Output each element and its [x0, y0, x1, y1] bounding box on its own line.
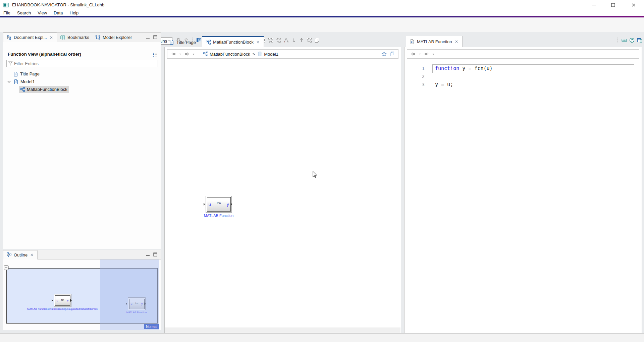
minimize-panel-icon[interactable]	[145, 251, 151, 258]
close-icon[interactable]	[256, 40, 260, 45]
window-close-button[interactable]	[626, 0, 641, 10]
block-input-label: u	[209, 202, 211, 207]
window-minimize-button[interactable]	[586, 0, 602, 10]
code-line-3[interactable]: y = u;	[435, 80, 453, 89]
menu-bar: File Search View Data Help	[0, 10, 644, 16]
block-function-label: fcn	[61, 299, 64, 301]
outline-icon	[6, 252, 12, 258]
code-nav-bar	[407, 49, 639, 59]
tab-matlab-function[interactable]: MATLAB Function	[406, 36, 463, 47]
diagram-editor-panel: Title Page MatlabFunctionBlock MatlabFun…	[164, 32, 401, 333]
breadcrumb-item[interactable]: MatlabFunctionBlock	[210, 52, 250, 57]
chevron-down-icon[interactable]	[6, 79, 12, 84]
forward-history-icon[interactable]	[431, 51, 435, 57]
document-explorer-icon	[6, 35, 12, 40]
diagram-breadcrumb-bar: MatlabFunctionBlock > Model1	[167, 49, 398, 59]
menu-data[interactable]: Data	[50, 10, 66, 16]
tree-item-model1[interactable]: Model1	[6, 78, 35, 86]
window-title: EHANDBOOK-NAVIGATOR - Simulink_CLI.ehb	[12, 2, 104, 7]
model-block-icon	[206, 40, 211, 45]
tab-label: MatlabFunctionBlock	[213, 40, 254, 45]
copy-page-icon[interactable]	[389, 51, 395, 57]
forward-icon[interactable]	[423, 51, 430, 57]
tab-matlabfunctionblock[interactable]: MatlabFunctionBlock	[202, 36, 264, 47]
block-input-label: u	[57, 299, 58, 302]
tab-outline[interactable]: Outline	[3, 250, 38, 260]
code-text: y = fcn(u)	[459, 65, 492, 71]
editor-tab-row: Title Page MatlabFunctionBlock	[166, 36, 264, 47]
matlab-code-icon	[410, 39, 415, 44]
window-maximize-icon	[610, 2, 616, 8]
main-toolbar: Contains	[0, 17, 644, 32]
forward-icon[interactable]	[183, 51, 190, 57]
outline-block-1[interactable]: u fcn y	[54, 294, 71, 307]
mouse-cursor	[312, 171, 318, 179]
mode-badge: Normal	[144, 324, 159, 329]
tree-item-label: Model1	[20, 79, 35, 84]
maximize-panel-icon	[152, 34, 159, 41]
menu-file[interactable]: File	[0, 10, 14, 16]
window-minimize-icon	[591, 2, 597, 8]
diagram-canvas[interactable]	[165, 61, 400, 328]
app-icon	[3, 2, 9, 8]
page-icon	[13, 71, 18, 77]
output-port-icon	[231, 203, 233, 206]
title-bar: EHANDBOOK-NAVIGATOR - Simulink_CLI.ehb	[0, 0, 644, 10]
menu-help[interactable]: Help	[66, 10, 82, 16]
close-icon[interactable]	[454, 39, 459, 44]
matlab-function-block[interactable]: u fcn y	[206, 196, 232, 213]
tab-label: Title Page	[176, 40, 196, 45]
outline-block-1-caption: MATLAB Function1this:has$some|unsupporte…	[20, 307, 104, 310]
back-icon[interactable]	[170, 51, 177, 57]
filter-entries-input[interactable]	[13, 61, 158, 66]
window-maximize-button[interactable]	[605, 0, 621, 10]
view-menu-icon[interactable]	[152, 51, 159, 58]
outline-panel: Outline u fcn y MATLAB Function1this:has…	[3, 250, 161, 330]
tab-model-explorer[interactable]: Model Explorer	[92, 33, 135, 42]
close-icon[interactable]	[30, 252, 34, 257]
tab-title-page[interactable]: Title Page	[166, 37, 199, 47]
code-editor-box: 1 function y = fcn(u) 2 3 y = u;	[404, 47, 642, 333]
back-icon[interactable]	[410, 51, 417, 57]
minimize-panel-icon[interactable]	[145, 34, 151, 40]
tree-item-title-page[interactable]: Title Page	[13, 70, 40, 78]
block-output-label: y	[227, 202, 229, 207]
line-number: 1	[413, 66, 425, 71]
outline-viewport-overlay[interactable]	[100, 260, 159, 330]
input-port-icon	[204, 203, 206, 206]
back-history-icon[interactable]	[418, 51, 422, 57]
menu-view[interactable]: View	[34, 10, 50, 16]
output-port-icon	[70, 299, 73, 302]
menu-search[interactable]: Search	[14, 10, 34, 16]
matlab-function-panel: MATLAB Function 1 function y = fcn(u) 2	[404, 32, 642, 333]
code-keyword: function	[435, 65, 459, 71]
tree-item-matlabfunctionblock[interactable]: MatlabFunctionBlock	[19, 86, 69, 93]
matlab-function-block-caption: MATLAB Function	[192, 214, 246, 218]
tab-label: Document Expl...	[14, 35, 47, 40]
tab-label: Outline	[14, 252, 28, 258]
maximize-panel-icon[interactable]	[152, 34, 159, 40]
tab-label: Model Explorer	[103, 35, 132, 40]
minimize-panel-icon	[145, 251, 151, 258]
breadcrumb-item[interactable]: Model1	[264, 52, 278, 57]
tab-bookmarks[interactable]: Bookmarks	[57, 33, 92, 42]
maximize-panel-icon[interactable]	[152, 251, 159, 258]
forward-history-icon[interactable]	[192, 51, 196, 57]
collapse-diagram-icon[interactable]	[4, 265, 9, 271]
favorite-icon[interactable]	[381, 51, 387, 57]
code-line-1[interactable]: function y = fcn(u)	[435, 64, 493, 72]
document-explorer-content: Function view (alphabetical order) Title…	[3, 42, 161, 249]
horizontal-scrollbar[interactable]	[165, 328, 400, 333]
outline-tab-row: Outline	[3, 250, 161, 260]
line-number: 2	[413, 74, 425, 79]
tab-label: Bookmarks	[67, 35, 89, 40]
code-area[interactable]	[405, 61, 641, 333]
minimize-panel-icon	[145, 34, 151, 41]
close-icon[interactable]	[49, 35, 54, 40]
block-output-label: y	[67, 299, 69, 302]
outline-content[interactable]: u fcn y MATLAB Function1this:has$some|un…	[3, 260, 161, 330]
back-history-icon[interactable]	[178, 51, 182, 57]
filter-box	[6, 60, 158, 67]
tab-document-explorer[interactable]: Document Expl...	[3, 33, 57, 42]
code-tab-row: MATLAB Function	[406, 36, 463, 47]
